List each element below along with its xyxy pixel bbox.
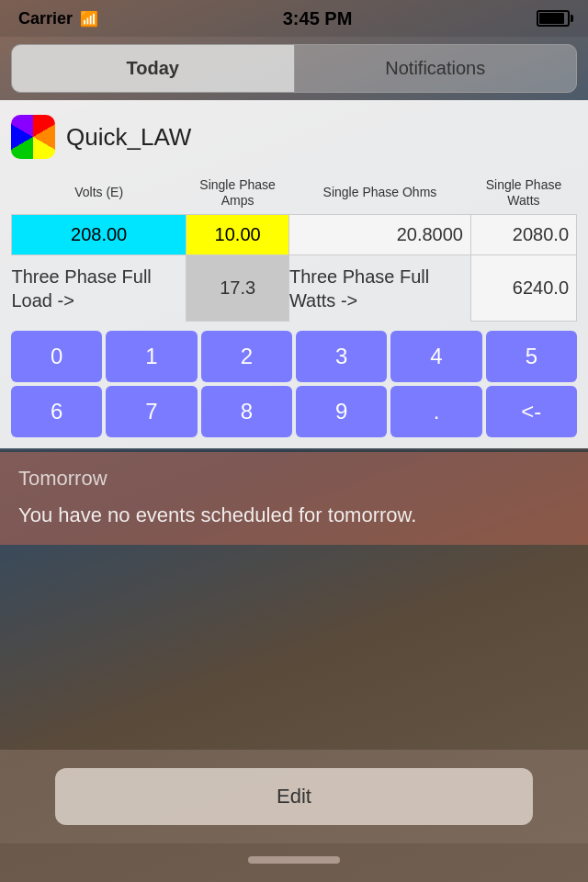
edit-section[interactable]: Edit (0, 750, 588, 843)
num-btn-0[interactable]: 0 (11, 331, 102, 382)
cell-amps[interactable]: 10.00 (187, 214, 289, 254)
home-indicator (248, 856, 340, 864)
header-ohms: Single Phase Ohms (288, 172, 470, 214)
label-three-phase-watts: Three Phase Full Watts -> (288, 254, 470, 322)
num-btn-2[interactable]: 2 (201, 331, 292, 382)
label-three-phase-load: Three Phase Full Load -> (12, 254, 187, 322)
header-volts: Volts (E) (12, 172, 187, 214)
num-btn-dot[interactable]: . (390, 386, 481, 437)
calculator-table: Volts (E) Single Phase Amps Single Phase… (11, 172, 577, 322)
battery-icon (537, 10, 570, 27)
tomorrow-label: Tomorrow (18, 467, 570, 491)
num-btn-7[interactable]: 7 (106, 386, 197, 437)
widget-card: Quick_LAW Volts (E) Single Phase Amps Si… (0, 100, 588, 448)
status-time: 3:45 PM (283, 8, 353, 29)
header-amps: Single Phase Amps (187, 172, 289, 214)
num-btn-8[interactable]: 8 (201, 386, 292, 437)
today-tab[interactable]: Today (12, 45, 294, 92)
segment-control[interactable]: Today Notifications (11, 44, 577, 93)
bottom-area: Edit (0, 750, 588, 882)
num-btn-1[interactable]: 1 (106, 331, 197, 382)
cell-three-phase-load-value: 17.3 (187, 254, 289, 322)
num-btn-5[interactable]: 5 (486, 331, 577, 382)
cell-volts[interactable]: 208.00 (12, 214, 187, 254)
num-btn-9[interactable]: 9 (296, 386, 387, 437)
cell-ohms: 20.8000 (288, 214, 470, 254)
num-btn-4[interactable]: 4 (390, 331, 481, 382)
header-watts: Single Phase Watts (470, 172, 576, 214)
cell-three-phase-watts-value: 6240.0 (470, 254, 576, 322)
edit-button[interactable]: Edit (55, 768, 533, 825)
num-btn-6[interactable]: 6 (11, 386, 102, 437)
wifi-icon: 📶 (80, 10, 98, 28)
app-title: Quick_LAW (66, 123, 191, 152)
app-icon (11, 115, 55, 159)
carrier-text: Carrier (18, 9, 73, 28)
num-btn-3[interactable]: 3 (296, 331, 387, 382)
tomorrow-message: You have no events scheduled for tomorro… (18, 502, 570, 530)
numpad[interactable]: 0 1 2 3 4 5 6 7 8 9 . <- (11, 331, 577, 437)
cell-watts: 2080.0 (470, 214, 576, 254)
num-btn-backspace[interactable]: <- (486, 386, 577, 437)
home-indicator-bar (0, 843, 588, 882)
notifications-tab[interactable]: Notifications (295, 45, 577, 92)
widget-header: Quick_LAW (11, 115, 577, 159)
carrier-info: Carrier 📶 (18, 9, 98, 28)
nc-panel: Quick_LAW Volts (E) Single Phase Amps Si… (0, 100, 588, 545)
battery-fill (539, 13, 564, 24)
tomorrow-section: Tomorrow You have no events scheduled fo… (0, 452, 588, 545)
status-bar: Carrier 📶 3:45 PM (0, 0, 588, 37)
